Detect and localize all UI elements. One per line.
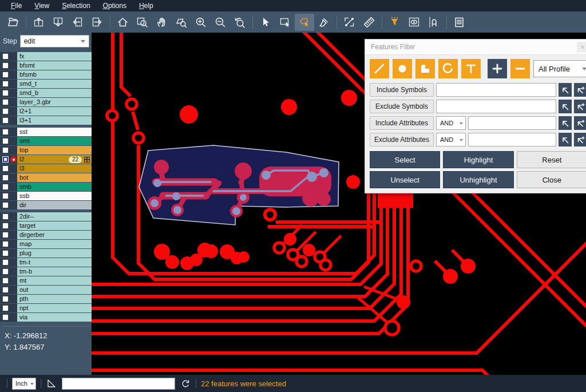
profile-select[interactable]: All Profile [533, 60, 586, 77]
layer-row-target[interactable]: target [0, 221, 92, 230]
layer-visible-checkbox[interactable] [2, 250, 9, 256]
layer-visible-checkbox[interactable] [2, 241, 9, 247]
layer-row-dir[interactable]: dir [0, 201, 92, 209]
layer-visible-checkbox[interactable] [2, 99, 9, 105]
layer-visible-checkbox[interactable] [2, 138, 9, 144]
layer-row-dirgerber[interactable]: dirgerber [0, 231, 92, 239]
pan-left-button[interactable] [68, 14, 88, 31]
layer-row-smt[interactable]: smt [0, 137, 92, 145]
pick-add-from-canvas-button[interactable] [574, 116, 586, 130]
layer-row-fx[interactable]: fx [0, 52, 92, 61]
reset-button[interactable]: Reset [517, 151, 586, 168]
exclude-attributes-logic-select[interactable]: AND [436, 133, 466, 146]
menu-item-options[interactable]: Options [97, 0, 133, 11]
remove-filter-button[interactable] [510, 59, 530, 78]
layer-visible-checkbox[interactable] [2, 193, 9, 199]
layer-visible-checkbox[interactable] [2, 129, 9, 135]
layer-name[interactable]: bot [17, 173, 92, 182]
layer-indicator-slot[interactable] [10, 117, 17, 124]
layer-visible-checkbox[interactable] [2, 223, 9, 229]
layer-visible-checkbox[interactable] [2, 165, 9, 172]
close-button[interactable]: Close [517, 171, 586, 188]
layer-indicator-slot[interactable] [10, 99, 17, 105]
layer-visible-checkbox[interactable] [2, 108, 9, 114]
layer-indicator-slot[interactable] [10, 138, 17, 144]
layer-row-smb[interactable]: smb [0, 183, 92, 191]
dialog-close-icon[interactable]: ✕ [577, 42, 586, 52]
snap-magnet-button[interactable] [424, 14, 444, 31]
pick-add-from-canvas-button[interactable] [574, 100, 586, 113]
layer-visible-checkbox[interactable] [2, 287, 9, 293]
layer-name[interactable]: fx [17, 52, 92, 61]
layer-name[interactable]: plug [17, 249, 92, 258]
layer-indicator-slot[interactable] [10, 223, 17, 229]
pan-down-button[interactable] [49, 14, 68, 31]
clear-brush-button[interactable] [314, 14, 334, 31]
layer-row-layer_3.gbr[interactable]: layer_3.gbr [0, 98, 92, 106]
arc-filter-button[interactable] [438, 59, 458, 78]
layer-name[interactable]: top [17, 146, 92, 155]
layer-visible-checkbox[interactable] [2, 147, 9, 153]
layer-visible-checkbox[interactable] [2, 305, 9, 311]
layer-visible-checkbox[interactable] [2, 72, 9, 78]
zoom-selection-button[interactable] [172, 14, 191, 31]
layer-visible-checkbox[interactable] [2, 314, 9, 320]
layer-visible-checkbox[interactable] [2, 175, 9, 181]
view-options-button[interactable] [405, 14, 424, 31]
unselect-button[interactable]: Unselect [370, 171, 440, 188]
layer-indicator-slot[interactable] [10, 268, 17, 275]
layer-indicator-slot[interactable] [10, 147, 17, 153]
pick-add-from-canvas-button[interactable] [574, 133, 586, 146]
layer-name[interactable]: smd_b [17, 89, 92, 97]
menu-item-view[interactable]: View [28, 0, 56, 11]
layer-name[interactable]: dirgerber [17, 231, 92, 239]
layer-indicator-slot[interactable] [10, 241, 17, 247]
layer-row-bot[interactable]: bot [0, 173, 92, 182]
layer-visible-checkbox[interactable] [2, 296, 9, 302]
layer-indicator-slot[interactable] [10, 53, 17, 60]
include-attributes-logic-select[interactable]: AND [436, 116, 466, 130]
text-filter-button[interactable] [461, 59, 481, 78]
select-polygon-button[interactable] [295, 14, 314, 31]
layer-row-out[interactable]: out [0, 286, 92, 294]
layer-row-mt[interactable]: mt [0, 276, 92, 285]
layer-indicator-slot[interactable] [10, 62, 17, 69]
layer-name[interactable]: target [17, 221, 92, 230]
layer-name[interactable]: bfsmb [17, 70, 92, 79]
open-file-button[interactable] [3, 14, 23, 31]
surface-filter-button[interactable] [415, 59, 435, 78]
layer-row-l3+1[interactable]: l3+1 [0, 116, 92, 125]
include-symbols-button[interactable]: Include Symbols [370, 83, 434, 97]
layer-row-l3[interactable]: l3 [0, 164, 92, 173]
layer-indicator-slot[interactable] [10, 193, 17, 199]
ruler-button[interactable] [359, 14, 379, 31]
layer-indicator-slot[interactable] [10, 305, 17, 311]
pick-add-from-canvas-button[interactable] [574, 83, 586, 97]
layer-indicator-slot[interactable] [10, 72, 17, 78]
menu-item-help[interactable]: Help [133, 0, 160, 11]
angle-measure-icon[interactable] [46, 378, 57, 389]
layer-visible-checkbox[interactable] [2, 81, 9, 87]
layer-visible-checkbox[interactable] [2, 62, 9, 69]
highlight-button[interactable]: Highlight [443, 151, 513, 168]
pad-filter-button[interactable] [393, 59, 412, 78]
pan-hand-button[interactable] [152, 14, 172, 31]
layer-name[interactable]: out [17, 286, 92, 294]
pick-from-canvas-button[interactable] [559, 100, 572, 113]
zoom-in-button[interactable] [191, 14, 211, 31]
layer-row-ssb[interactable]: ssb [0, 192, 92, 200]
select-arrow-button[interactable] [256, 14, 275, 31]
layer-indicator-slot[interactable] [10, 296, 17, 302]
layer-indicator-slot[interactable] [10, 250, 17, 256]
pick-from-canvas-button[interactable] [559, 133, 572, 146]
menu-item-selection[interactable]: Selection [56, 0, 96, 11]
layer-name[interactable]: npt [17, 304, 92, 312]
zoom-previous-button[interactable] [230, 14, 250, 31]
layer-row-plug[interactable]: plug [0, 249, 92, 258]
layer-name[interactable]: l2+1 [17, 107, 92, 116]
select-rectangle-button[interactable] [275, 14, 295, 31]
layer-indicator-slot[interactable] [10, 175, 17, 181]
layer-indicator-slot[interactable] [10, 213, 17, 220]
layer-visible-checkbox[interactable] [2, 156, 9, 163]
layer-indicator-slot[interactable] [10, 287, 17, 293]
